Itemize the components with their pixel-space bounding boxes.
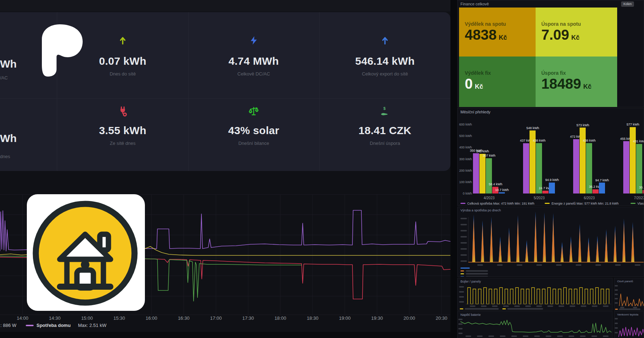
legend-marker[interactable] xyxy=(460,276,464,276)
stat-tile: 43% solarDnešní bilance xyxy=(189,99,319,171)
stat-value-fragment: Wh xyxy=(0,132,17,144)
bar xyxy=(499,192,505,194)
legend-marker[interactable] xyxy=(630,203,635,204)
osvit-spikes-chart xyxy=(614,283,644,310)
legend-text[interactable]: Energie z panelů Max: 577 kWh Min: 21.8 … xyxy=(551,202,619,205)
daily-peaks-chart xyxy=(458,212,644,276)
finance-tile: Úspora fix18489Kč xyxy=(536,57,617,107)
x-axis-tick: 20:30 xyxy=(436,315,448,321)
x-axis-tick: 16:30 xyxy=(178,315,190,321)
plug-icon xyxy=(117,106,128,117)
bar-value-label: 548 kWh xyxy=(526,126,539,130)
finance-tile-label: Výdělek na spotu xyxy=(465,21,536,27)
stat-label: Dnešní bilance xyxy=(238,141,269,146)
scales-icon xyxy=(248,106,259,117)
stat-tile: 546.14 kWhCelkový export do sítě xyxy=(319,12,450,99)
boiler-panel-title: Bojler / panely xyxy=(458,278,612,283)
bar-value-label: 58.4 kWh xyxy=(489,182,502,186)
osvit-panel: Osvit panelů xyxy=(614,278,644,310)
bar xyxy=(630,127,636,194)
bar-group-label: 7/2023 xyxy=(634,196,644,200)
finance-tile-unit: Kč xyxy=(499,34,507,41)
legend-cut-fragment: : 886 W xyxy=(0,323,17,328)
bar-value-label: 307 kWh xyxy=(483,154,496,157)
bar-group-label: 4/2023 xyxy=(484,196,495,200)
stat-label: Ze sítě dnes xyxy=(110,141,136,146)
finance-tile-value: 7.09Kč xyxy=(541,27,617,45)
legend-marker[interactable] xyxy=(460,273,464,274)
x-axis-tick: 18:00 xyxy=(274,315,286,321)
finance-tile-value: 0Kč xyxy=(465,76,536,94)
legend-series-label[interactable]: Spotřeba domu xyxy=(36,323,70,328)
finance-tile-value: 18489Kč xyxy=(541,76,617,94)
bar xyxy=(580,128,586,194)
stat-label: Celkově DC/AC xyxy=(238,71,270,77)
stat-value: 546.14 kWh xyxy=(355,55,415,67)
legend-marker[interactable] xyxy=(460,203,465,204)
stat-value: 18.41 CZK xyxy=(358,124,411,137)
home-logo-icon xyxy=(27,194,145,311)
right-dashboard-region: Finance celkově Kolen Výdělek na spotu48… xyxy=(457,0,644,338)
stat-tile: 3.55 kWhZe sítě dnes xyxy=(57,99,188,171)
stat-label-fragment: /AC xyxy=(0,75,8,80)
bar xyxy=(623,141,629,194)
daily-peaks-panel: Výroba a spotřeba po dnech xyxy=(457,207,644,277)
x-axis-tick: 18:30 xyxy=(307,315,318,321)
stat-label: Dnes do sítě xyxy=(109,71,136,77)
battery-panel: Napětí baterie xyxy=(457,311,613,338)
osvit-panel-title: Osvit panelů xyxy=(614,278,644,283)
legend-marker[interactable] xyxy=(460,270,464,271)
stat-value: 0.07 kWh xyxy=(99,55,146,67)
finance-tile: Úspora na spotu7.09Kč xyxy=(536,8,617,57)
finance-tile-label: Výdělek fix xyxy=(465,70,536,76)
legend-series-marker[interactable] xyxy=(26,325,34,326)
legend-marker[interactable] xyxy=(460,268,470,269)
outdoor-line xyxy=(619,327,644,337)
corner-badge[interactable]: Kolen xyxy=(621,1,634,7)
legend-marker[interactable] xyxy=(460,308,463,309)
boiler-square-wave-chart xyxy=(458,283,612,310)
legend-text[interactable]: Vlastní spotřeba ze zdroje Max: 43 xyxy=(637,202,644,205)
x-axis-tick: 17:30 xyxy=(242,315,254,321)
y-axis-tick: 200 kWh xyxy=(459,169,472,172)
legend-text[interactable]: Celková spotřeba Max: 472 kWh Min: 191 k… xyxy=(467,202,535,205)
peak xyxy=(543,217,546,262)
peak xyxy=(472,219,475,262)
finance-panel: Finance celkově Kolen Výdělek na spotu48… xyxy=(457,0,644,107)
bar xyxy=(486,158,492,194)
hand-coin-icon: $ xyxy=(380,106,390,117)
bar-value-label: 10.7 kWh xyxy=(495,188,509,192)
finance-tile-unit: Kč xyxy=(583,83,591,90)
x-axis-tick: 14:00 xyxy=(17,315,29,321)
legend-marker[interactable] xyxy=(615,309,618,310)
battery-line xyxy=(460,320,611,333)
daily-panel-title: Výroba a spotřeba po dnech xyxy=(458,207,644,212)
patreon-blob-logo xyxy=(31,23,87,78)
bar xyxy=(542,191,548,194)
bar xyxy=(536,143,542,194)
peak xyxy=(490,221,493,262)
monthly-panel-title: Měsíční přehledy xyxy=(458,108,644,114)
x-axis-tick: 14:30 xyxy=(49,315,61,321)
x-axis-tick: 15:00 xyxy=(81,315,93,321)
monthly-bar-chart: 600 kWh500 kWh400 kWh300 kWh200 kWh100 k… xyxy=(458,114,644,205)
y-axis-tick: 300 kWh xyxy=(459,157,472,161)
outdoor-panel-title: Venkovní teplota xyxy=(614,312,644,316)
battery-line-chart xyxy=(458,317,612,337)
legend-marker[interactable] xyxy=(502,308,506,309)
finance-tile-label: Úspora fix xyxy=(541,70,617,76)
finance-tile-label: Úspora na spotu xyxy=(541,21,617,27)
finance-tile-value: 4838Kč xyxy=(465,27,536,45)
bar xyxy=(549,182,555,194)
finance-tile-unit: Kč xyxy=(571,34,580,41)
legend-marker[interactable] xyxy=(545,203,550,204)
bar-value-label: 438 kWh xyxy=(533,139,546,142)
bar xyxy=(599,183,605,194)
bar xyxy=(473,153,479,194)
x-axis-tick: 15:30 xyxy=(113,315,125,321)
bar-value-label: 431 kWh xyxy=(633,139,644,143)
bar-value-label: 30.1 kWh xyxy=(639,186,644,189)
bar xyxy=(523,143,529,194)
x-axis-tick: 19:30 xyxy=(371,315,383,321)
home-logo-card xyxy=(27,194,145,311)
